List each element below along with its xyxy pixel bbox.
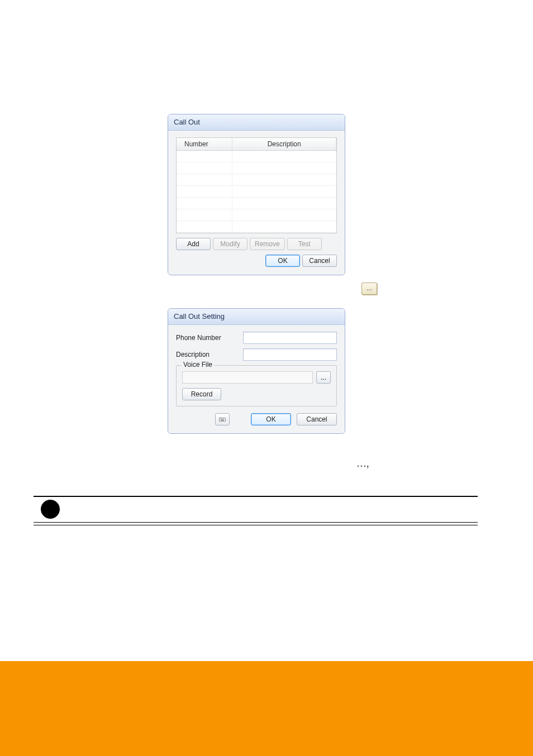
remove-button: Remove — [250, 238, 285, 250]
phone-input[interactable] — [243, 332, 337, 344]
voice-file-legend: Voice File — [181, 361, 215, 369]
svg-rect-2 — [221, 419, 222, 419]
table-row[interactable] — [177, 151, 336, 162]
column-header-description[interactable]: Description — [232, 138, 336, 151]
setting-title: Call Out Setting — [168, 309, 345, 325]
doc-ellipsis-text: …, — [356, 458, 369, 470]
voice-file-path — [182, 371, 313, 384]
browse-button[interactable]: ... — [316, 371, 331, 384]
setting-cancel-button[interactable]: Cancel — [297, 413, 337, 425]
svg-rect-3 — [222, 419, 223, 419]
table-row[interactable] — [177, 198, 336, 209]
call-out-dialog: Call Out Number Description — [168, 114, 345, 275]
table-row[interactable] — [177, 162, 336, 174]
record-button[interactable]: Record — [182, 388, 221, 400]
table-row[interactable] — [177, 209, 336, 221]
description-input[interactable] — [243, 348, 337, 361]
svg-rect-4 — [223, 419, 224, 419]
keyboard-icon-svg — [219, 416, 226, 423]
table-row[interactable] — [177, 174, 336, 186]
rule-top — [34, 496, 478, 497]
browse-icon[interactable]: ... — [361, 283, 377, 295]
svg-rect-5 — [221, 420, 224, 420]
phone-label: Phone Number — [176, 334, 243, 342]
modify-button: Modify — [213, 238, 248, 250]
ok-button[interactable]: OK — [265, 255, 300, 267]
page-footer — [0, 661, 533, 756]
column-header-number[interactable]: Number — [177, 138, 232, 151]
call-out-title: Call Out — [168, 114, 345, 131]
svg-rect-1 — [220, 419, 221, 419]
rule-bottom — [34, 522, 478, 525]
voice-file-group: Voice File ... Record — [176, 365, 337, 406]
table-row[interactable] — [177, 221, 336, 233]
svg-rect-0 — [220, 418, 226, 422]
add-button[interactable]: Add — [176, 238, 211, 250]
call-out-table[interactable]: Number Description — [176, 137, 337, 233]
call-out-setting-dialog: Call Out Setting Phone Number Descriptio… — [168, 308, 345, 434]
test-button: Test — [287, 238, 322, 250]
keyboard-icon[interactable] — [215, 413, 230, 425]
bullet-icon — [41, 500, 60, 519]
description-label: Description — [176, 351, 243, 358]
table-row[interactable] — [177, 186, 336, 198]
table-row[interactable] — [177, 233, 336, 234]
cancel-button[interactable]: Cancel — [302, 255, 337, 267]
setting-ok-button[interactable]: OK — [251, 413, 291, 425]
